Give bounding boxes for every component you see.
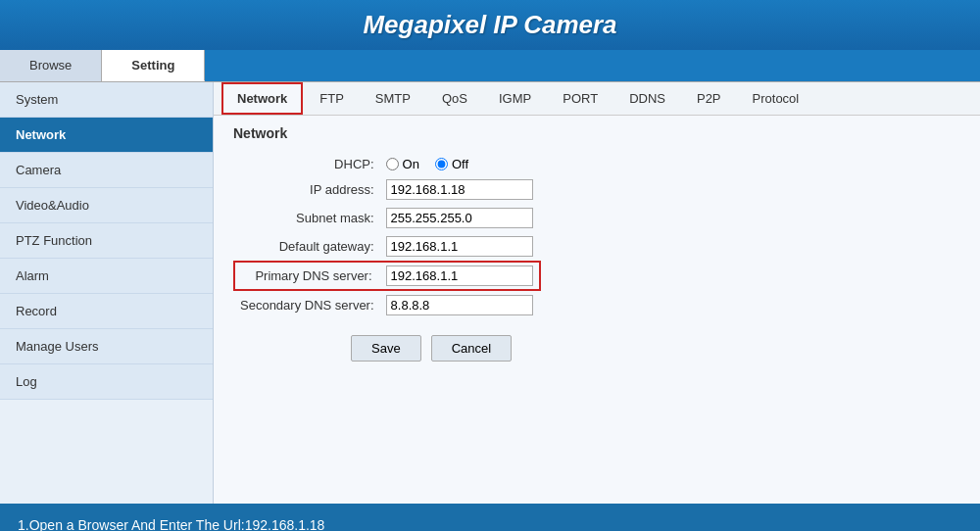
subnet-input[interactable] [386, 208, 533, 228]
section-title: Network [233, 125, 960, 141]
sub-tab-smtp[interactable]: SMTP [361, 83, 425, 114]
cancel-button[interactable]: Cancel [431, 335, 512, 362]
dhcp-radio-group: On Off [386, 157, 534, 171]
tab-setting[interactable]: Setting [102, 50, 205, 81]
gateway-row: Default gateway: [234, 232, 540, 262]
secondary-dns-row: Secondary DNS server: [234, 290, 540, 319]
sub-tab-ddns[interactable]: DDNS [614, 83, 680, 114]
sidebar-item-network[interactable]: Network [0, 118, 213, 153]
main-area: System Network Camera Video&Audio PTZ Fu… [0, 82, 980, 504]
sub-tab-protocol[interactable]: Protocol [738, 83, 814, 114]
sidebar-item-record[interactable]: Record [0, 294, 213, 329]
sidebar-item-ptz[interactable]: PTZ Function [0, 223, 213, 259]
dhcp-off-radio[interactable] [435, 158, 448, 170]
ip-input[interactable] [386, 179, 533, 200]
tab-browse[interactable]: Browse [0, 50, 102, 81]
dhcp-off-label: Off [452, 157, 468, 171]
sub-tab-p2p[interactable]: P2P [682, 83, 736, 114]
primary-dns-row: Primary DNS server: [234, 262, 540, 290]
sidebar-item-manage-users[interactable]: Manage Users [0, 329, 213, 364]
primary-dns-input[interactable] [386, 266, 533, 286]
sub-tab-ftp[interactable]: FTP [305, 83, 359, 114]
footer-line1: 1.Open a Browser And Enter The Url:192.1… [18, 513, 962, 531]
network-form: DHCP: On Off [233, 153, 541, 319]
dhcp-value: On Off [380, 153, 540, 175]
sub-tab-qos[interactable]: QoS [427, 83, 482, 114]
sidebar-item-alarm[interactable]: Alarm [0, 259, 213, 294]
dhcp-off-option[interactable]: Off [435, 157, 468, 171]
sidebar-item-camera[interactable]: Camera [0, 153, 213, 188]
sidebar-item-log[interactable]: Log [0, 364, 213, 400]
subnet-row: Subnet mask: [234, 204, 540, 232]
header: Megapixel IP Camera [0, 0, 980, 50]
ip-label: IP address: [234, 175, 380, 204]
save-button[interactable]: Save [351, 335, 421, 362]
dhcp-on-radio[interactable] [386, 158, 399, 170]
footer: 1.Open a Browser And Enter The Url:192.1… [0, 504, 980, 531]
secondary-dns-label: Secondary DNS server: [234, 290, 380, 319]
sidebar: System Network Camera Video&Audio PTZ Fu… [0, 82, 214, 504]
main-tabs: Browse Setting [0, 50, 980, 82]
dhcp-label: DHCP: [234, 153, 380, 175]
gateway-label: Default gateway: [234, 232, 380, 262]
dhcp-row: DHCP: On Off [234, 153, 540, 175]
sub-tab-port[interactable]: PORT [548, 83, 612, 114]
sub-tabs: Network FTP SMTP QoS IGMP PORT DDNS P2P … [214, 82, 980, 116]
button-row: Save Cancel [233, 335, 960, 362]
gateway-input[interactable] [386, 236, 533, 257]
sub-tab-igmp[interactable]: IGMP [484, 83, 546, 114]
sidebar-item-system[interactable]: System [0, 82, 213, 118]
app-title: Megapixel IP Camera [363, 10, 616, 39]
subnet-label: Subnet mask: [234, 204, 380, 232]
dhcp-on-option[interactable]: On [386, 157, 419, 171]
content-area: Network FTP SMTP QoS IGMP PORT DDNS P2P … [214, 82, 980, 504]
sub-tab-network[interactable]: Network [221, 82, 303, 115]
primary-dns-label: Primary DNS server: [234, 262, 380, 290]
secondary-dns-input[interactable] [386, 295, 533, 315]
ip-row: IP address: [234, 175, 540, 204]
sidebar-item-video-audio[interactable]: Video&Audio [0, 188, 213, 223]
dhcp-on-label: On [403, 157, 419, 171]
content-body: Network DHCP: On Off [214, 116, 980, 371]
